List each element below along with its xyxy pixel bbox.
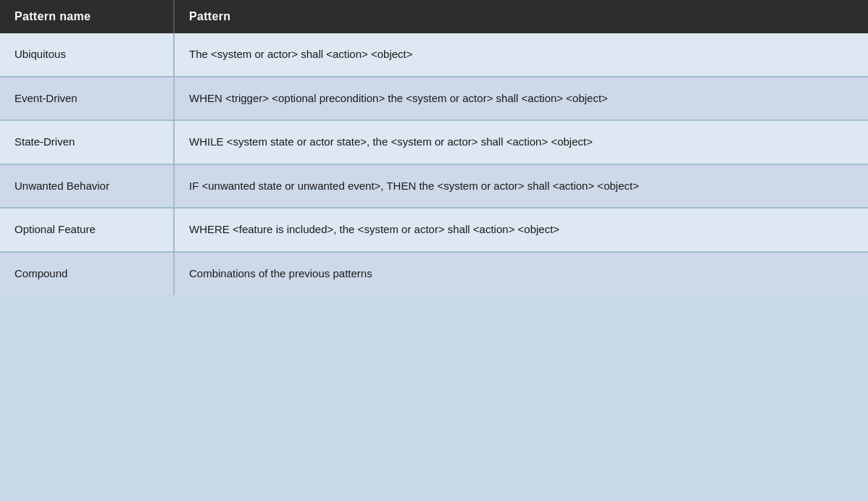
pattern-value-cell: Combinations of the previous patterns	[174, 252, 868, 295]
pattern-value-cell: WHILE <system state or actor state>, the…	[174, 120, 868, 164]
pattern-value-cell: IF <unwanted state or unwanted event>, T…	[174, 164, 868, 209]
col-header-pattern-name: Pattern name	[0, 0, 174, 33]
pattern-name-cell: State-Driven	[0, 120, 174, 164]
pattern-name-cell: Optional Feature	[0, 208, 174, 252]
col-header-pattern: Pattern	[174, 0, 868, 33]
pattern-value-cell: WHERE <feature is included>, the <system…	[174, 208, 868, 252]
pattern-value-cell: WHEN <trigger> <optional precondition> t…	[174, 77, 868, 121]
table-header-row: Pattern name Pattern	[0, 0, 868, 33]
table-row: Unwanted BehaviorIF <unwanted state or u…	[0, 164, 868, 209]
table-row: State-DrivenWHILE <system state or actor…	[0, 120, 868, 164]
pattern-name-cell: Ubiquitous	[0, 33, 174, 77]
pattern-name-cell: Unwanted Behavior	[0, 164, 174, 209]
pattern-name-cell: Compound	[0, 252, 174, 295]
table-row: CompoundCombinations of the previous pat…	[0, 252, 868, 295]
table-row: Optional FeatureWHERE <feature is includ…	[0, 208, 868, 252]
table-row: UbiquitousThe <system or actor> shall <a…	[0, 33, 868, 77]
table-row: Event-DrivenWHEN <trigger> <optional pre…	[0, 77, 868, 121]
pattern-table: Pattern name Pattern UbiquitousThe <syst…	[0, 0, 868, 295]
pattern-value-cell: The <system or actor> shall <action> <ob…	[174, 33, 868, 77]
pattern-table-wrapper: Pattern name Pattern UbiquitousThe <syst…	[0, 0, 868, 295]
pattern-name-cell: Event-Driven	[0, 77, 174, 121]
